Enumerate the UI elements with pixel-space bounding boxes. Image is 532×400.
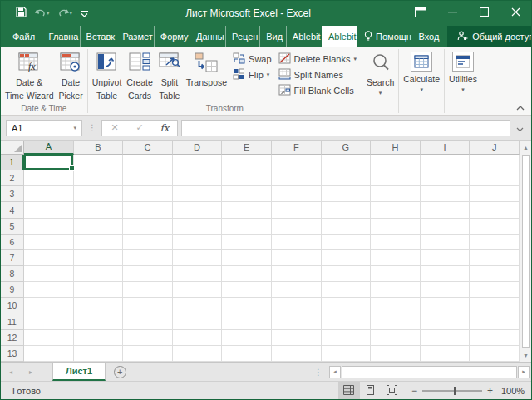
cell-D9[interactable]: [173, 282, 223, 298]
customize-qat-button[interactable]: [77, 4, 91, 22]
sign-in-link[interactable]: Вход: [411, 26, 445, 47]
cell-C10[interactable]: [123, 298, 173, 314]
cell-G9[interactable]: [322, 282, 372, 298]
cell-E10[interactable]: [222, 298, 272, 314]
tab-insert[interactable]: Вставк: [80, 26, 116, 47]
scroll-up-arrow[interactable]: ▲: [520, 141, 531, 154]
tab-ablebits-tools-active[interactable]: Ablebit: [322, 26, 357, 47]
cell-B1[interactable]: [74, 155, 124, 170]
cell-C8[interactable]: [123, 266, 173, 282]
cell-B6[interactable]: [74, 235, 124, 250]
minimize-button[interactable]: [436, 1, 468, 26]
column-header-G[interactable]: G: [322, 141, 372, 155]
enter-entry-button[interactable]: ✓: [127, 122, 152, 133]
sheet-bar-resize-handle[interactable]: ⋮: [309, 363, 328, 381]
row-header-6[interactable]: 6: [1, 235, 24, 250]
undo-button[interactable]: ▾: [32, 4, 53, 22]
cell-J5[interactable]: [470, 219, 520, 235]
cell-I12[interactable]: [421, 330, 470, 346]
cell-D8[interactable]: [173, 266, 223, 282]
cell-I13[interactable]: [421, 346, 470, 362]
cell-A7[interactable]: [24, 250, 74, 266]
row-header-11[interactable]: 11: [1, 314, 24, 330]
cell-I9[interactable]: [421, 282, 470, 298]
sheet-tab-list1[interactable]: Лист1: [52, 363, 106, 381]
row-header-7[interactable]: 7: [1, 250, 24, 266]
cell-G1[interactable]: [322, 155, 372, 170]
column-header-I[interactable]: I: [421, 141, 470, 155]
fill-blank-cells-button[interactable]: Fill Blank Cells: [278, 84, 357, 97]
ribbon-display-options-button[interactable]: [405, 1, 436, 26]
cell-G4[interactable]: [322, 202, 372, 218]
cell-J8[interactable]: [470, 266, 520, 282]
utilities-button[interactable]: Utilities ▾: [446, 49, 480, 93]
search-button[interactable]: Search ▾: [364, 49, 397, 96]
horizontal-scroll-thumb[interactable]: [342, 366, 517, 378]
cell-A1[interactable]: [24, 155, 74, 170]
cell-C11[interactable]: [123, 314, 173, 330]
share-button[interactable]: Общий доступ: [447, 26, 531, 47]
maximize-button[interactable]: [468, 1, 500, 26]
cell-E9[interactable]: [222, 282, 272, 298]
cell-C6[interactable]: [123, 235, 173, 250]
cell-A3[interactable]: [24, 186, 74, 202]
cell-C13[interactable]: [123, 346, 173, 362]
cell-G8[interactable]: [322, 266, 372, 282]
scroll-down-arrow[interactable]: ▼: [520, 348, 531, 362]
cell-A6[interactable]: [24, 235, 74, 250]
cell-J9[interactable]: [470, 282, 520, 298]
vertical-scrollbar[interactable]: ▲ ▼: [520, 141, 531, 362]
cell-E5[interactable]: [222, 219, 272, 235]
zoom-level-label[interactable]: 100%: [501, 386, 531, 396]
zoom-in-button[interactable]: +: [487, 385, 493, 397]
scroll-left-arrow[interactable]: ◂: [329, 366, 341, 378]
column-header-F[interactable]: F: [272, 141, 322, 155]
cell-I5[interactable]: [421, 219, 470, 235]
cell-H1[interactable]: [371, 155, 421, 170]
cell-F1[interactable]: [272, 155, 322, 170]
zoom-slider-track[interactable]: [422, 390, 482, 392]
cell-E11[interactable]: [222, 314, 272, 330]
split-table-button[interactable]: Split Table: [155, 49, 184, 101]
cell-J3[interactable]: [470, 186, 520, 202]
cell-G5[interactable]: [322, 219, 372, 235]
expand-formula-bar-button[interactable]: [513, 121, 526, 136]
cell-F4[interactable]: [272, 202, 322, 218]
cell-D3[interactable]: [173, 186, 223, 202]
cell-B8[interactable]: [74, 266, 124, 282]
cell-E6[interactable]: [222, 235, 272, 250]
undo-dropdown-arrow[interactable]: ▾: [47, 10, 50, 17]
cell-F12[interactable]: [272, 330, 322, 346]
cell-C9[interactable]: [123, 282, 173, 298]
cell-D12[interactable]: [173, 330, 223, 346]
date-picker-button[interactable]: Date Picker: [57, 49, 86, 101]
column-header-C[interactable]: C: [123, 141, 173, 155]
calculate-button[interactable]: Calculate ▾: [401, 49, 442, 93]
cell-I11[interactable]: [421, 314, 470, 330]
formula-bar-resize-handle[interactable]: ⋮: [86, 123, 98, 132]
column-header-B[interactable]: B: [74, 141, 124, 155]
cell-D2[interactable]: [173, 170, 223, 186]
tab-view[interactable]: Вид: [259, 26, 286, 47]
vertical-scroll-thumb[interactable]: [522, 155, 530, 348]
cell-H10[interactable]: [371, 298, 421, 314]
transpose-button[interactable]: Transpose: [184, 49, 229, 88]
cell-G3[interactable]: [322, 186, 372, 202]
column-header-J[interactable]: J: [470, 141, 520, 155]
redo-dropdown-arrow[interactable]: ▾: [70, 10, 73, 17]
cell-G11[interactable]: [322, 314, 372, 330]
cell-C2[interactable]: [123, 170, 173, 186]
save-button[interactable]: [12, 4, 30, 22]
cell-H6[interactable]: [371, 235, 421, 250]
cell-E2[interactable]: [222, 170, 272, 186]
delete-blanks-button[interactable]: Delete Blanks ▾: [278, 52, 357, 66]
name-box[interactable]: A1 ▾: [6, 120, 82, 136]
cell-J1[interactable]: [470, 155, 520, 170]
cell-F10[interactable]: [272, 298, 322, 314]
cell-I7[interactable]: [421, 250, 470, 266]
tab-help[interactable]: Помощн: [357, 26, 410, 47]
cell-B13[interactable]: [74, 346, 124, 362]
insert-function-button[interactable]: fx: [152, 122, 177, 134]
cell-G13[interactable]: [322, 346, 372, 362]
cell-F13[interactable]: [272, 346, 322, 362]
